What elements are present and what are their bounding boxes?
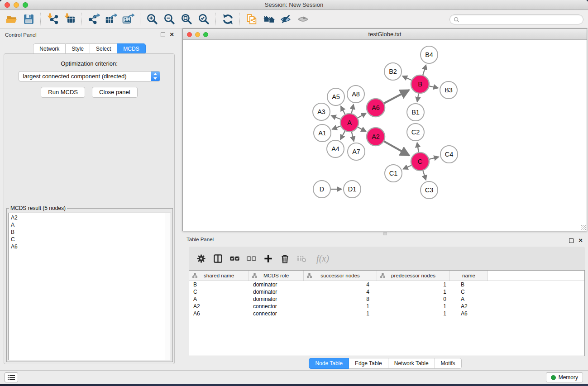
result-list-item[interactable]: B — [11, 229, 168, 236]
graph-node-A1[interactable]: A1 — [314, 124, 331, 142]
graph-edge-A-A6[interactable] — [357, 113, 366, 118]
table-tab-node-table[interactable]: Node Table — [309, 358, 349, 369]
task-history-button[interactable] — [5, 372, 18, 382]
graph-node-D1[interactable]: D1 — [344, 181, 361, 198]
close-panel-icon[interactable]: × — [170, 30, 174, 38]
table-tab-network-table[interactable]: Network Table — [388, 358, 435, 369]
graph-node-C4[interactable]: C4 — [440, 146, 458, 163]
graph-edge-A-A8[interactable] — [351, 105, 354, 114]
tab-network[interactable]: Network — [33, 43, 66, 54]
search-field[interactable] — [449, 14, 583, 24]
graph-node-C3[interactable]: C3 — [421, 181, 438, 199]
column-header-MCDS-role[interactable]: MCDS role — [249, 271, 304, 281]
mcds-result-list[interactable]: A2ABCA6 — [8, 213, 171, 360]
table-row[interactable]: Adominator80A — [189, 295, 584, 303]
result-list-item[interactable]: A2 — [11, 214, 168, 221]
graph-edge-C-C2[interactable] — [417, 143, 419, 152]
zoom-fit-button[interactable] — [178, 12, 195, 27]
zoom-selected-button[interactable] — [195, 12, 212, 27]
home-button[interactable] — [260, 12, 277, 27]
table-row[interactable]: Bdominator41B — [189, 281, 584, 288]
result-list-item[interactable]: A6 — [11, 243, 168, 250]
graph-node-C[interactable]: C — [411, 152, 429, 171]
zoom-window-icon[interactable] — [23, 2, 28, 8]
graph-edge-A-A4[interactable] — [340, 131, 345, 140]
graph-node-A5[interactable]: A5 — [327, 88, 344, 105]
tab-mcds[interactable]: MCDS — [117, 43, 145, 54]
graph-edge-A-A7[interactable] — [352, 131, 354, 141]
import-table-button[interactable] — [61, 12, 78, 27]
graph-edge-B-B1[interactable] — [417, 93, 419, 102]
network-minimize-icon[interactable] — [195, 32, 200, 37]
graph-edge-B-B3[interactable] — [429, 86, 438, 88]
graph-node-A7[interactable]: A7 — [348, 143, 365, 160]
zoom-out-button[interactable] — [161, 12, 178, 27]
close-panel-button[interactable]: Close panel — [92, 87, 138, 98]
graph-node-B1[interactable]: B1 — [407, 104, 424, 121]
result-list-item[interactable]: A — [11, 221, 168, 229]
graph-edge-C-C4[interactable] — [429, 157, 439, 159]
graph-node-C2[interactable]: C2 — [407, 124, 424, 141]
export-network-button[interactable] — [85, 12, 102, 27]
tab-style[interactable]: Style — [66, 43, 90, 54]
graph-node-B2[interactable]: B2 — [384, 63, 402, 80]
graph-node-D[interactable]: D — [313, 181, 330, 198]
run-mcds-button[interactable]: Run MCDS — [41, 87, 85, 98]
graph-node-B4[interactable]: B4 — [421, 46, 438, 63]
graph-node-B[interactable]: B — [411, 75, 429, 93]
network-canvas[interactable]: AA1A3A4A5A7A8A6A2BB1B2B3B4CC1C2C3C4DD1 — [183, 40, 587, 231]
graph-edge-A-A5[interactable] — [341, 106, 345, 115]
graph-node-A2[interactable]: A2 — [367, 128, 385, 146]
columns-button[interactable] — [210, 250, 226, 267]
table-row[interactable]: A6connector11A6 — [189, 310, 584, 317]
gear-button[interactable] — [193, 250, 210, 267]
graph-edge-C-C1[interactable] — [403, 165, 412, 169]
delete-column-button[interactable] — [277, 250, 293, 267]
show-all-button[interactable] — [295, 12, 312, 27]
graph-edge-A-A2[interactable] — [358, 127, 366, 131]
zoom-in-button[interactable] — [143, 12, 161, 27]
result-scrollbar[interactable] — [165, 213, 171, 360]
graph-edge-B-B2[interactable] — [402, 76, 412, 81]
tab-select[interactable]: Select — [90, 43, 117, 54]
graph-node-A8[interactable]: A8 — [347, 86, 364, 103]
float-panel-icon[interactable] — [161, 33, 165, 37]
graph-edge-A-A1[interactable] — [332, 126, 341, 129]
unselect-all-button[interactable] — [243, 250, 260, 267]
graph-edge-A-A3[interactable] — [331, 115, 341, 119]
hide-selected-button[interactable] — [277, 12, 295, 27]
add-column-button[interactable] — [260, 250, 277, 267]
network-zoom-icon[interactable] — [203, 32, 208, 37]
refresh-button[interactable] — [219, 12, 236, 27]
graph-node-A6[interactable]: A6 — [367, 99, 385, 117]
open-file-button[interactable] — [3, 12, 20, 27]
graph-node-B3[interactable]: B3 — [440, 81, 457, 99]
graph-node-C1[interactable]: C1 — [385, 165, 402, 182]
export-image-button[interactable] — [120, 12, 137, 27]
table-row[interactable]: A2connector11A2 — [189, 303, 584, 310]
graph-edge-B-B4[interactable] — [423, 65, 426, 75]
close-window-icon[interactable] — [5, 2, 10, 8]
export-table-button[interactable] — [102, 12, 120, 27]
network-close-icon[interactable] — [187, 32, 192, 37]
optimization-criterion-select[interactable]: largest connected component (directed) — [19, 71, 160, 81]
column-header-shared-name[interactable]: shared name — [189, 271, 249, 281]
save-session-button[interactable] — [20, 12, 37, 27]
column-header-successor-nodes[interactable]: successor nodes — [304, 271, 377, 281]
graph-node-A[interactable]: A — [340, 114, 359, 132]
table-tab-edge-table[interactable]: Edge Table — [349, 358, 388, 369]
graph-node-A3[interactable]: A3 — [313, 103, 330, 120]
table-float-panel-icon[interactable] — [569, 238, 574, 243]
memory-button[interactable]: Memory — [546, 372, 583, 382]
graph-edge-A2-C[interactable] — [383, 141, 409, 156]
select-all-button[interactable] — [226, 250, 243, 267]
graph-edge-C-C3[interactable] — [423, 170, 426, 180]
result-list-item[interactable]: C — [11, 236, 168, 243]
search-input[interactable] — [459, 15, 583, 24]
clone-network-button[interactable] — [243, 12, 260, 27]
table-row[interactable]: Cdominator41C — [189, 288, 584, 295]
column-header-predecessor-nodes[interactable]: predecessor nodes — [377, 271, 450, 281]
network-resize-handle[interactable] — [581, 225, 586, 230]
column-header-name[interactable]: name — [450, 271, 488, 281]
table-close-panel-icon[interactable]: × — [578, 236, 583, 244]
